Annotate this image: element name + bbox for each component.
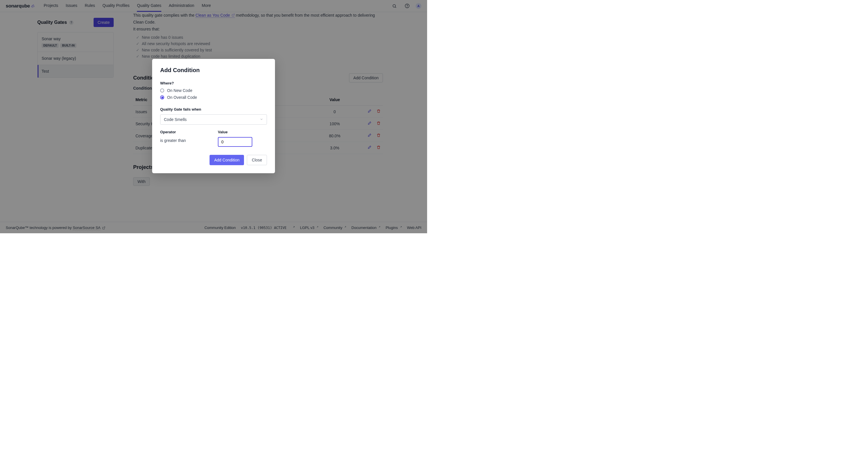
radio-overall-code[interactable]: On Overall Code: [160, 95, 267, 100]
value-input[interactable]: [218, 137, 252, 147]
metric-select[interactable]: Code Smells: [160, 114, 267, 125]
modal-add-condition-button[interactable]: Add Condition: [210, 155, 244, 165]
radio-label: On New Code: [167, 88, 192, 93]
select-value: Code Smells: [164, 117, 187, 122]
metric-label: Quality Gate fails when: [160, 107, 267, 112]
radio-icon: [160, 95, 164, 99]
chevron-down-icon: [260, 117, 263, 122]
operator-label: Operator: [160, 130, 209, 134]
operator-value: is greater than: [160, 137, 209, 143]
where-label: Where?: [160, 81, 267, 85]
value-label: Value: [218, 130, 267, 134]
radio-new-code[interactable]: On New Code: [160, 88, 267, 93]
radio-icon: [160, 88, 164, 92]
modal-title: Add Condition: [160, 67, 267, 73]
add-condition-modal: Add Condition Where? On New Code On Over…: [152, 59, 275, 173]
modal-overlay[interactable]: Add Condition Where? On New Code On Over…: [0, 0, 427, 233]
radio-label: On Overall Code: [167, 95, 197, 100]
modal-close-button[interactable]: Close: [247, 155, 267, 165]
